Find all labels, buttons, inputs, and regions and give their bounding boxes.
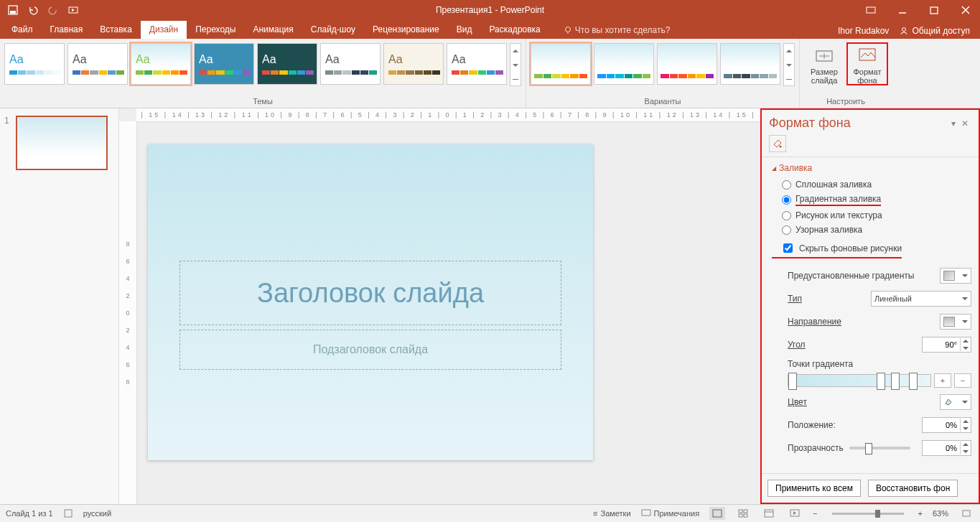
minimize-icon[interactable] <box>888 0 917 20</box>
gradient-type-combo[interactable]: Линейный <box>871 291 971 307</box>
gradient-stops-label: Точки градиента <box>772 356 973 370</box>
theme-thumb[interactable]: Aa <box>257 43 317 85</box>
theme-thumb[interactable]: Aa <box>67 43 128 85</box>
zoom-out-button[interactable]: − <box>813 509 817 518</box>
zoom-level[interactable]: 63% <box>933 509 948 518</box>
tab-storyboard[interactable]: Раскадровка <box>480 21 549 39</box>
hide-bg-graphics-checkbox[interactable]: Скрыть фоновые рисунки <box>772 237 902 258</box>
gradient-stop[interactable] <box>788 373 797 390</box>
tab-transitions[interactable]: Переходы <box>187 21 244 39</box>
gradient-stop[interactable] <box>909 373 918 390</box>
gradient-type-field: Тип Линейный <box>772 287 973 310</box>
close-icon[interactable] <box>951 0 980 20</box>
svg-rect-16 <box>744 510 747 513</box>
preset-gradients-field: Предустановленные градиенты <box>772 264 973 287</box>
save-icon[interactable] <box>6 3 20 17</box>
normal-view-icon[interactable] <box>709 507 725 520</box>
fill-gradient-radio[interactable]: Градиентная заливка <box>772 192 973 208</box>
pane-title: Формат фона <box>769 116 948 131</box>
tab-review[interactable]: Рецензирование <box>364 21 448 39</box>
svg-point-6 <box>565 27 570 32</box>
transparency-slider[interactable] <box>849 447 910 449</box>
slide-thumbnail[interactable]: 1 <box>16 116 111 170</box>
preset-gradients-combo[interactable] <box>940 268 971 284</box>
gradient-stop[interactable] <box>891 373 900 390</box>
gradient-direction-combo[interactable] <box>940 314 971 330</box>
zoom-in-button[interactable]: + <box>918 509 923 518</box>
fill-picture-radio[interactable]: Рисунок или текстура <box>772 208 973 223</box>
remove-stop-button[interactable]: − <box>954 373 971 388</box>
fill-pattern-radio[interactable]: Узорная заливка <box>772 223 973 237</box>
format-background-button[interactable]: Формат фона <box>847 43 887 85</box>
svg-rect-22 <box>963 511 970 516</box>
tell-me-search[interactable]: Что вы хотите сделать? <box>558 22 676 39</box>
variant-thumb[interactable] <box>657 43 717 85</box>
svg-rect-12 <box>65 510 72 517</box>
title-placeholder[interactable]: Заголовок слайда <box>179 261 561 325</box>
tab-slideshow[interactable]: Слайд-шоу <box>302 21 364 39</box>
themes-group-label: Темы <box>4 95 521 108</box>
theme-thumb[interactable]: Aa <box>4 43 65 85</box>
theme-thumb[interactable]: Aa <box>131 43 191 85</box>
status-bar: Слайд 1 из 1 русский ≡ Заметки Примечани… <box>0 504 980 522</box>
tab-view[interactable]: Вид <box>448 21 481 39</box>
fill-category-icon[interactable] <box>769 135 786 152</box>
user-label[interactable]: Ihor Rudakov <box>838 26 889 36</box>
themes-expander[interactable] <box>510 43 521 86</box>
tab-insert[interactable]: Вставка <box>91 21 141 39</box>
ribbon-display-icon[interactable] <box>857 0 885 20</box>
stop-color-field: Цвет <box>772 391 973 414</box>
language-label[interactable]: русский <box>83 509 111 518</box>
slide-counter[interactable]: Слайд 1 из 1 <box>6 509 53 518</box>
theme-thumb[interactable]: Aa <box>447 43 507 85</box>
variant-thumb[interactable] <box>531 43 591 85</box>
theme-thumb[interactable]: Aa <box>194 43 254 85</box>
sorter-view-icon[interactable] <box>735 507 751 520</box>
tab-design[interactable]: Дизайн <box>141 21 187 39</box>
transparency-spinner[interactable] <box>922 440 971 456</box>
notes-toggle[interactable]: ≡ Заметки <box>593 509 631 518</box>
variant-thumb[interactable] <box>720 43 780 85</box>
reading-view-icon[interactable] <box>761 507 777 520</box>
subtitle-placeholder[interactable]: Подзаголовок слайда <box>179 330 561 370</box>
format-background-icon <box>857 46 877 66</box>
undo-icon[interactable] <box>26 3 40 17</box>
reset-background-button[interactable]: Восстановить фон <box>868 480 958 497</box>
tab-file[interactable]: Файл <box>3 21 42 39</box>
stop-color-combo[interactable] <box>940 394 971 410</box>
fill-solid-radio[interactable]: Сплошная заливка <box>772 177 973 192</box>
customize-group-label: Настроить <box>804 95 887 108</box>
theme-thumb[interactable]: Aa <box>383 43 444 85</box>
spellcheck-icon[interactable] <box>63 508 73 518</box>
slide-canvas[interactable]: Заголовок слайда Подзаголовок слайда <box>148 144 593 460</box>
gradient-stop[interactable] <box>877 373 885 390</box>
fit-to-window-icon[interactable] <box>958 507 974 520</box>
position-spinner[interactable] <box>922 417 971 433</box>
redo-icon[interactable] <box>46 3 60 17</box>
svg-rect-19 <box>765 510 773 517</box>
format-background-pane: Формат фона ▾ ✕ Заливка Сплошная заливка… <box>760 108 980 504</box>
fill-section-header[interactable]: Заливка <box>772 163 973 173</box>
zoom-slider[interactable] <box>832 513 904 515</box>
horizontal-ruler: | 16 | 15 | 14 | 13 | 12 | 11 | 10 | 9 |… <box>136 108 760 122</box>
gradient-stops-slider: + − <box>788 373 971 388</box>
comments-toggle[interactable]: Примечания <box>641 509 700 518</box>
theme-thumb[interactable]: Aa <box>320 43 381 85</box>
share-button[interactable]: Общий доступ <box>899 26 970 36</box>
maximize-icon[interactable] <box>920 0 948 20</box>
variants-expander[interactable] <box>783 43 795 86</box>
angle-spinner[interactable] <box>922 337 971 353</box>
add-stop-button[interactable]: + <box>934 373 951 388</box>
variant-thumb[interactable] <box>594 43 654 85</box>
start-from-beginning-icon[interactable] <box>66 3 80 17</box>
ribbon: Aa Aa Aa Aa Aa Aa Aa Aa Темы Варианты <box>0 39 980 108</box>
slide-size-button[interactable]: Размер слайда <box>804 43 844 85</box>
slideshow-view-icon[interactable] <box>787 507 803 520</box>
tab-home[interactable]: Главная <box>42 21 92 39</box>
apply-to-all-button[interactable]: Применить ко всем <box>767 480 861 497</box>
slide-thumbnails-panel: 1 <box>0 108 119 504</box>
pane-close-icon[interactable]: ✕ <box>958 117 971 130</box>
pane-menu-icon[interactable]: ▾ <box>948 117 958 130</box>
tab-animations[interactable]: Анимация <box>244 21 302 39</box>
slide-size-icon <box>814 46 834 66</box>
